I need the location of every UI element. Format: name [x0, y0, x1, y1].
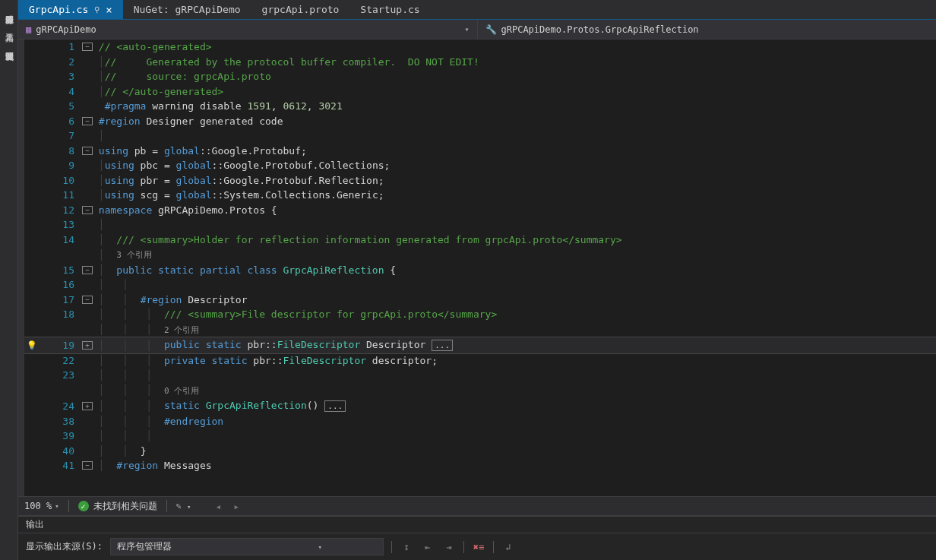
indent-guides: │ — [93, 217, 105, 233]
indent-guides: │ │ │ — [93, 353, 164, 369]
code-line[interactable]: │ │ │ 0 个引用 — [24, 383, 936, 399]
line-number: 6 — [40, 114, 82, 129]
code-line[interactable]: 12− namespace gRPCApiDemo.Protos { — [24, 203, 936, 218]
output-source-dropdown[interactable]: 程序包管理器 ▾ — [110, 538, 384, 555]
clear-all-icon[interactable]: ✖≡ — [472, 542, 485, 552]
line-number: 16 — [40, 277, 82, 293]
code-line[interactable]: 2 │// Generated by the protocol buffer c… — [24, 55, 936, 70]
code-line[interactable]: 15− │ public static partial class GrpcAp… — [24, 263, 936, 278]
fold-margin — [82, 375, 93, 376]
code-line[interactable]: 14 │ /// <summary>Holder for reflection … — [24, 233, 936, 248]
code-line[interactable]: 10 │using pbr = global::Google.Protobuf.… — [24, 173, 936, 188]
side-tab-toolbox[interactable]: 工具箱 — [2, 21, 16, 33]
goto-message-icon[interactable]: ↧ — [400, 542, 413, 552]
nav-left-icon[interactable]: ◂ — [215, 501, 221, 512]
class-icon: 🔧 — [485, 24, 497, 35]
code-line[interactable]: 7 │ — [24, 128, 936, 144]
pin-icon[interactable]: ⚲ — [94, 5, 100, 14]
fold-margin — [82, 254, 93, 255]
zoom-dropdown[interactable]: 100 % ▾ — [24, 501, 59, 511]
codelens-references[interactable]: 0 个引用 — [164, 383, 199, 399]
fold-collapse-icon[interactable]: − — [82, 206, 93, 214]
nav-right-icon[interactable]: ▸ — [233, 501, 239, 512]
code-line[interactable]: 💡19+ │ │ │ public static pbr::FileDescri… — [24, 337, 936, 353]
line-number: 40 — [40, 444, 82, 459]
code-line[interactable]: 11 │using scg = global::System.Collectio… — [24, 188, 936, 203]
fold-collapse-icon[interactable]: − — [82, 117, 93, 125]
code-line[interactable]: 40 │ │ } — [24, 444, 936, 459]
indent-guides: │ │ │ — [93, 429, 152, 444]
fold-collapse-icon[interactable]: − — [82, 147, 93, 155]
code-line[interactable]: 17− │ │ #region Descriptor — [24, 293, 936, 308]
code-content: static GrpcApiReflection() ... — [164, 398, 346, 414]
code-line[interactable]: 5 #pragma warning disable 1591, 0612, 30… — [24, 99, 936, 114]
fold-collapse-icon[interactable]: − — [82, 296, 93, 304]
code-line[interactable]: 24+ │ │ │ static GrpcApiReflection() ... — [24, 398, 936, 414]
side-tab-test-explorer[interactable]: 测试资源管理器 — [2, 40, 16, 52]
line-number: 11 — [40, 188, 82, 203]
fold-collapse-icon[interactable]: − — [82, 461, 93, 470]
code-content: #endregion — [164, 414, 223, 429]
code-editor[interactable]: 1− // <auto-generated>2 │// Generated by… — [24, 40, 936, 496]
codelens-references[interactable]: 2 个引用 — [164, 322, 199, 338]
fold-collapse-icon[interactable]: − — [82, 43, 93, 51]
tab-startup-cs[interactable]: Startup.cs — [349, 0, 430, 19]
indent-guides: │ — [93, 69, 105, 84]
code-line[interactable]: 38 │ │ │ #endregion — [24, 414, 936, 429]
fold-collapse-icon[interactable]: − — [82, 266, 93, 274]
code-content: /// <summary>Holder for reflection infor… — [116, 233, 621, 248]
side-tab-server-explorer[interactable]: 服务器资源管理器 — [2, 3, 16, 15]
code-content: using pb = global::Google.Protobuf; — [99, 144, 307, 159]
tab-bar: GrpcApi.cs ⚲ × NuGet: gRPCApiDemo grpcAp… — [18, 0, 936, 20]
context-project-dropdown[interactable]: ▦ gRPCApiDemo ▾ — [18, 20, 478, 39]
lightbulb-icon[interactable]: 💡 — [24, 338, 40, 353]
brush-icon[interactable]: ✎ ▾ — [176, 501, 191, 511]
issues-text: 未找到相关问题 — [93, 500, 157, 513]
code-line[interactable]: 8− using pb = global::Google.Protobuf; — [24, 144, 936, 159]
code-line[interactable]: 41− │ #region Messages — [24, 458, 936, 473]
close-icon[interactable]: × — [106, 5, 112, 15]
code-line[interactable]: 3 │// source: grpcApi.proto — [24, 69, 936, 84]
code-line[interactable]: 13 │ — [24, 217, 936, 233]
code-line[interactable]: 4 │// </auto-generated> — [24, 84, 936, 100]
word-wrap-icon[interactable]: ↲ — [501, 542, 515, 552]
code-line[interactable]: │ │ │ 2 个引用 — [24, 322, 936, 338]
code-line[interactable]: 9 │using pbc = global::Google.Protobuf.C… — [24, 158, 936, 173]
tab-grpcapi-proto[interactable]: grpcApi.proto — [251, 0, 350, 19]
indent-guides: │ │ — [93, 293, 141, 308]
fold-expand-icon[interactable]: + — [82, 341, 93, 350]
fold-expand-icon[interactable]: + — [82, 402, 93, 410]
editor-status-bar: 100 % ▾ ✓ 未找到相关问题 ✎ ▾ ◂ ▸ — [18, 496, 936, 515]
divider — [493, 541, 494, 553]
line-number: 3 — [40, 69, 82, 84]
fold-margin — [82, 284, 93, 286]
indent-guides — [93, 203, 99, 218]
context-type-text: gRPCApiDemo.Protos.GrpcApiReflection — [501, 24, 699, 35]
code-line[interactable]: 6− #region Designer generated code — [24, 114, 936, 129]
code-line[interactable]: 18 │ │ │ /// <summary>File descriptor fo… — [24, 307, 936, 322]
code-line[interactable]: 39 │ │ │ — [24, 429, 936, 444]
editor-row: 1− // <auto-generated>2 │// Generated by… — [18, 40, 936, 496]
fold-margin — [82, 61, 93, 62]
indent-guides — [93, 114, 99, 129]
code-content: using scg = global::System.Collections.G… — [105, 188, 384, 203]
output-source-value: 程序包管理器 — [117, 540, 172, 553]
context-type-dropdown[interactable]: 🔧 gRPCApiDemo.Protos.GrpcApiReflection — [478, 20, 937, 39]
code-line[interactable]: 1− // <auto-generated> — [24, 40, 936, 55]
line-number: 10 — [40, 173, 82, 188]
code-line[interactable]: 16 │ │ — [24, 277, 936, 293]
code-content: } — [141, 444, 147, 459]
code-line[interactable]: │ 3 个引用 — [24, 247, 936, 263]
issues-status[interactable]: ✓ 未找到相关问题 — [78, 500, 157, 513]
next-message-icon[interactable]: ⇥ — [442, 542, 456, 552]
code-line[interactable]: 23 │ │ │ — [24, 368, 936, 383]
tab-nuget[interactable]: NuGet: gRPCApiDemo — [123, 0, 251, 19]
prev-message-icon[interactable]: ⇤ — [421, 542, 435, 552]
tab-grpcapi-cs[interactable]: GrpcApi.cs ⚲ × — [18, 0, 123, 19]
check-icon: ✓ — [78, 501, 89, 511]
fold-margin — [82, 165, 93, 166]
codelens-references[interactable]: 3 个引用 — [116, 247, 151, 263]
code-line[interactable]: 22 │ │ │ private static pbr::FileDescrip… — [24, 353, 936, 369]
indent-guides: │ — [93, 158, 105, 173]
output-header[interactable]: 输出 — [18, 517, 936, 533]
